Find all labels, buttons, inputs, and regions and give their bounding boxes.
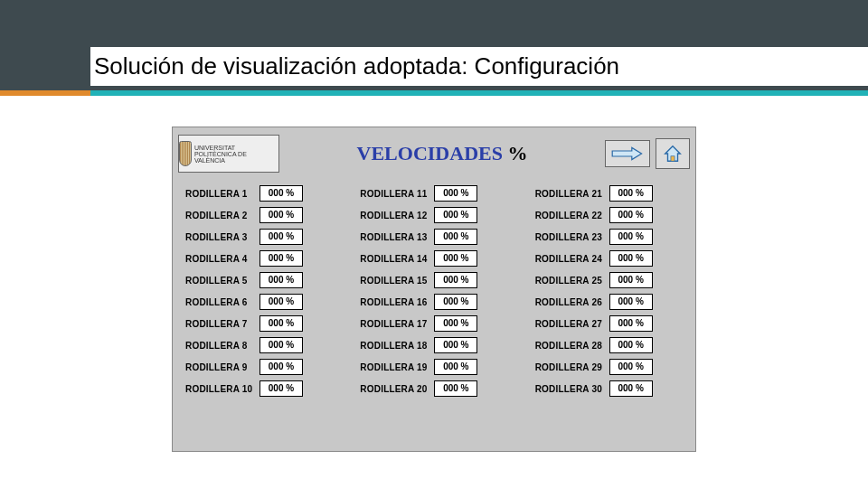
rodillera-label: RODILLERA 5	[185, 276, 259, 286]
rodillera-value[interactable]: 000 %	[434, 337, 477, 353]
rodillera-row: RODILLERA 26000 %	[535, 294, 683, 310]
rodillera-label: RODILLERA 27	[535, 319, 609, 329]
rodillera-value[interactable]: 000 %	[259, 380, 303, 397]
rodillera-label: RODILLERA 4	[185, 254, 259, 264]
next-button[interactable]	[605, 140, 650, 167]
rodillera-label: RODILLERA 14	[360, 254, 434, 264]
rodillera-value[interactable]: 000 %	[609, 185, 653, 202]
rodillera-label: RODILLERA 23	[535, 232, 609, 242]
rodillera-label: RODILLERA 9	[185, 362, 259, 372]
rodillera-row: RODILLERA 12000 %	[360, 207, 507, 223]
rodillera-value[interactable]: 000 %	[259, 229, 303, 245]
home-button[interactable]	[656, 138, 690, 169]
slide-top-bar: Solución de visualización adoptada: Conf…	[0, 0, 868, 90]
rodillera-value[interactable]: 000 %	[259, 185, 303, 202]
rodillera-row: RODILLERA 16000 %	[360, 294, 507, 310]
upv-logo: UNIVERSITAT POLITÈCNICA DE VALÈNCIA	[178, 135, 279, 173]
rodillera-value[interactable]: 000 %	[609, 380, 653, 397]
rodillera-value[interactable]: 000 %	[609, 337, 653, 353]
rodillera-row: RODILLERA 23000 %	[535, 229, 683, 245]
rodillera-row: RODILLERA 21000 %	[535, 185, 683, 202]
hmi-title-main: VELOCIDADES	[357, 142, 503, 164]
rodillera-label: RODILLERA 16	[360, 297, 434, 307]
rodillera-label: RODILLERA 3	[185, 232, 259, 242]
rodillera-value[interactable]: 000 %	[609, 272, 653, 288]
rodillera-value[interactable]: 000 %	[609, 294, 653, 310]
rodillera-value[interactable]: 000 %	[259, 359, 303, 375]
rodillera-row: RODILLERA 1000 %	[185, 185, 333, 202]
rodillera-row: RODILLERA 29000 %	[535, 359, 683, 375]
rodillera-row: RODILLERA 30000 %	[535, 380, 683, 397]
rodillera-label: RODILLERA 10	[185, 384, 259, 394]
rodillera-row: RODILLERA 8000 %	[185, 337, 333, 353]
hmi-grid: RODILLERA 1000 %RODILLERA 2000 %RODILLER…	[178, 185, 690, 402]
rodillera-label: RODILLERA 19	[360, 362, 434, 372]
rodillera-row: RODILLERA 15000 %	[360, 272, 507, 288]
rodillera-row: RODILLERA 2000 %	[185, 207, 333, 223]
rodillera-value[interactable]: 000 %	[609, 207, 653, 223]
rodillera-row: RODILLERA 22000 %	[535, 207, 683, 223]
rodillera-value[interactable]: 000 %	[259, 250, 303, 267]
rodillera-label: RODILLERA 28	[535, 341, 609, 351]
rodillera-label: RODILLERA 7	[185, 319, 259, 329]
rodillera-value[interactable]: 000 %	[609, 229, 653, 245]
rodillera-label: RODILLERA 15	[360, 276, 434, 286]
rodillera-value[interactable]: 000 %	[609, 359, 653, 375]
arrow-right-icon	[611, 145, 644, 162]
rodillera-label: RODILLERA 25	[535, 276, 609, 286]
rodillera-value[interactable]: 000 %	[434, 380, 477, 397]
rodillera-label: RODILLERA 11	[360, 189, 434, 199]
rodillera-row: RODILLERA 5000 %	[185, 272, 333, 288]
rodillera-label: RODILLERA 22	[535, 211, 609, 221]
rodillera-label: RODILLERA 20	[360, 384, 434, 394]
rodillera-row: RODILLERA 6000 %	[185, 294, 333, 310]
rodillera-value[interactable]: 000 %	[259, 337, 303, 353]
rodillera-label: RODILLERA 29	[535, 362, 609, 372]
rodillera-value[interactable]: 000 %	[259, 272, 303, 288]
rodillera-label: RODILLERA 21	[535, 189, 609, 199]
rodillera-label: RODILLERA 26	[535, 297, 609, 307]
rodillera-row: RODILLERA 19000 %	[360, 359, 507, 375]
rodillera-label: RODILLERA 8	[185, 341, 259, 351]
rodillera-value[interactable]: 000 %	[434, 229, 477, 245]
rodillera-label: RODILLERA 6	[185, 297, 259, 307]
svg-rect-0	[671, 156, 675, 162]
rodillera-row: RODILLERA 20000 %	[360, 380, 507, 397]
hmi-panel: UNIVERSITAT POLITÈCNICA DE VALÈNCIA VELO…	[172, 127, 696, 452]
hmi-title: VELOCIDADES %	[279, 142, 605, 165]
rodillera-value[interactable]: 000 %	[609, 315, 653, 332]
accent-bar	[0, 90, 868, 96]
rodillera-value[interactable]: 000 %	[434, 250, 477, 267]
rodillera-label: RODILLERA 17	[360, 319, 434, 329]
hmi-col-1: RODILLERA 1000 %RODILLERA 2000 %RODILLER…	[185, 185, 333, 402]
rodillera-row: RODILLERA 7000 %	[185, 315, 333, 332]
hmi-nav	[605, 138, 690, 169]
hmi-title-suffix: %	[507, 142, 527, 164]
rodillera-value[interactable]: 000 %	[609, 250, 653, 267]
rodillera-value[interactable]: 000 %	[259, 294, 303, 310]
rodillera-label: RODILLERA 30	[535, 384, 609, 394]
slide-title: Solución de visualización adoptada: Conf…	[90, 47, 868, 86]
home-icon	[663, 144, 683, 164]
rodillera-row: RODILLERA 9000 %	[185, 359, 333, 375]
rodillera-value[interactable]: 000 %	[434, 294, 477, 310]
rodillera-label: RODILLERA 1	[185, 189, 259, 199]
rodillera-value[interactable]: 000 %	[434, 315, 477, 332]
rodillera-label: RODILLERA 18	[360, 341, 434, 351]
hmi-col-2: RODILLERA 11000 %RODILLERA 12000 %RODILL…	[360, 185, 507, 402]
rodillera-value[interactable]: 000 %	[434, 272, 477, 288]
rodillera-value[interactable]: 000 %	[259, 207, 303, 223]
rodillera-label: RODILLERA 2	[185, 211, 259, 221]
rodillera-value[interactable]: 000 %	[434, 207, 477, 223]
rodillera-value[interactable]: 000 %	[434, 359, 477, 375]
rodillera-row: RODILLERA 27000 %	[535, 315, 683, 332]
rodillera-row: RODILLERA 25000 %	[535, 272, 683, 288]
rodillera-row: RODILLERA 4000 %	[185, 250, 333, 267]
rodillera-label: RODILLERA 12	[360, 211, 434, 221]
hmi-header: UNIVERSITAT POLITÈCNICA DE VALÈNCIA VELO…	[178, 133, 690, 174]
rodillera-value[interactable]: 000 %	[259, 315, 303, 332]
rodillera-row: RODILLERA 13000 %	[360, 229, 507, 245]
rodillera-row: RODILLERA 14000 %	[360, 250, 507, 267]
rodillera-value[interactable]: 000 %	[434, 185, 477, 202]
rodillera-row: RODILLERA 11000 %	[360, 185, 507, 202]
